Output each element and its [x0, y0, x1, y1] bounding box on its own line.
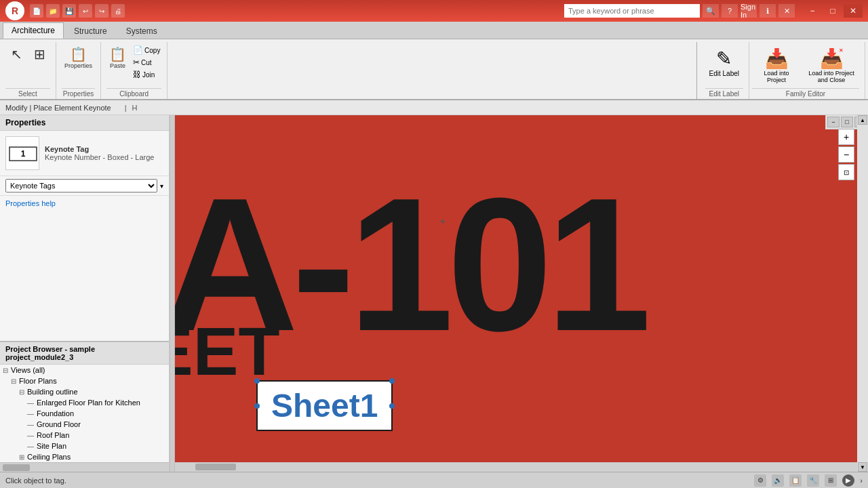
- svg-text:1: 1: [21, 149, 26, 159]
- properties-button[interactable]: 📋 Properties: [62, 45, 95, 70]
- inner-maximize-button[interactable]: □: [841, 117, 853, 127]
- selection-handle-ml[interactable]: [254, 403, 260, 409]
- load-into-project-button[interactable]: 📥 Load into Project: [752, 45, 801, 86]
- title-bar-right: 🔍 ? Sign In ℹ ✕ − □ ✕: [564, 4, 863, 18]
- roof-plan-label: Roof Plan: [37, 431, 69, 439]
- tree-item-roof-plan[interactable]: — Roof Plan: [0, 430, 169, 441]
- left-panel-scrollbar[interactable]: [0, 462, 169, 472]
- paste-label: Paste: [110, 62, 125, 69]
- select-dropdown: ↖ ⊞: [5, 45, 50, 64]
- ribbon-group-load: 📥 Load into Project 📥 ✕ Load into Projec…: [749, 42, 865, 99]
- panel-resize-handle[interactable]: [170, 115, 175, 472]
- tab-structure[interactable]: Structure: [65, 23, 116, 39]
- ribbon-group-clipboard: 📋 Paste 📄 Copy ✂ Cut ⛓ Join Clipboard: [104, 42, 167, 99]
- paste-icon: 📋: [109, 46, 126, 62]
- prop-filter-select[interactable]: Keynote Tags: [5, 179, 157, 192]
- modify-button[interactable]: ⊞: [28, 45, 50, 64]
- help-icon[interactable]: ?: [722, 4, 738, 18]
- load-project-label: Load into Project: [756, 70, 797, 83]
- scroll-down-button[interactable]: ▼: [858, 462, 867, 472]
- open-icon[interactable]: 📁: [46, 4, 60, 18]
- inner-minimize-button[interactable]: −: [827, 117, 840, 127]
- status-grid-icon[interactable]: ⊞: [825, 474, 837, 487]
- zoom-out-button[interactable]: −: [838, 146, 854, 163]
- foundation-label: Foundation: [37, 409, 74, 418]
- redo-icon[interactable]: ↪: [95, 4, 108, 18]
- tab-architecture[interactable]: Architecture: [3, 22, 64, 39]
- tree-item-building-outline[interactable]: ⊟ Building outline: [0, 386, 169, 397]
- search-icon[interactable]: 🔍: [703, 4, 719, 18]
- status-tools-icon[interactable]: 🔧: [807, 474, 819, 487]
- minimize-button[interactable]: −: [803, 4, 822, 18]
- zoom-in-button[interactable]: +: [838, 129, 854, 145]
- zoom-fit-button[interactable]: ⊡: [838, 164, 854, 180]
- select-button[interactable]: ↖: [5, 45, 27, 64]
- type-name: Keynote Tag: [45, 145, 154, 153]
- tree-item-views[interactable]: ⊟ Views (all): [0, 365, 169, 375]
- close-button[interactable]: ✕: [844, 4, 863, 18]
- type-preview-image: 1: [5, 136, 39, 170]
- selection-handle-tl[interactable]: [254, 378, 260, 384]
- status-settings-icon[interactable]: ⚙: [754, 474, 766, 487]
- h-scroll-thumb-left[interactable]: [3, 464, 30, 471]
- selection-handle-mr[interactable]: [389, 403, 395, 409]
- tree-item-floor-plans[interactable]: ⊟ Floor Plans: [0, 375, 169, 386]
- sign-in-button[interactable]: Sign In: [741, 4, 757, 18]
- select-group-label: Select: [5, 88, 50, 99]
- copy-label: Copy: [144, 47, 160, 54]
- status-arrow[interactable]: ›: [860, 476, 863, 485]
- properties-panel: Properties 1 Keynote Tag Keynote Number …: [0, 115, 169, 341]
- tree-item-ceiling-plans[interactable]: ⊞ Ceiling Plans: [0, 451, 169, 462]
- properties-label: Properties: [64, 62, 92, 69]
- copy-button[interactable]: 📄 Copy: [132, 45, 161, 56]
- right-scrollbar[interactable]: ▲ ▼: [857, 115, 868, 472]
- tree-item-enlarged-floor[interactable]: — Enlarged Floor Plan for Kitchen: [0, 397, 169, 408]
- sheet1-box[interactable]: Sheet1: [256, 380, 393, 431]
- edit-label-button[interactable]: ✎ Edit Label: [705, 45, 743, 80]
- save-icon[interactable]: 💾: [62, 4, 76, 18]
- selection-handle-tr[interactable]: [389, 378, 395, 384]
- cursor-indicator: +: [439, 216, 446, 228]
- status-message: Click object to tag.: [5, 476, 66, 485]
- modify-icon: ⊞: [34, 46, 45, 62]
- title-bar-icons: 📄 📁 💾 ↩ ↪ 🖨: [30, 4, 125, 18]
- search-input[interactable]: [564, 4, 700, 18]
- new-icon[interactable]: 📄: [30, 4, 43, 18]
- tab-systems[interactable]: Systems: [117, 23, 166, 39]
- load-into-project-close-button[interactable]: 📥 ✕ Load into Project and Close: [804, 45, 859, 86]
- leaf-site-icon: —: [27, 443, 34, 450]
- status-play-button[interactable]: ▶: [842, 474, 854, 487]
- expand-views-icon: ⊟: [3, 367, 8, 374]
- title-bar: R 📄 📁 💾 ↩ ↪ 🖨 🔍 ? Sign In ℹ ✕ − □ ✕: [0, 0, 868, 22]
- main-layout: Properties 1 Keynote Tag Keynote Number …: [0, 115, 868, 472]
- undo-icon[interactable]: ↩: [79, 4, 92, 18]
- info-icon[interactable]: ℹ: [760, 4, 776, 18]
- canvas-area[interactable]: − □ ✕ A-101 EET Sheet1 + ▲ ▼ + −: [175, 115, 868, 472]
- status-audio-icon[interactable]: 🔊: [772, 474, 784, 487]
- ribbon-tabs: Architecture Structure Systems: [0, 22, 868, 39]
- properties-help-link[interactable]: Properties help: [5, 199, 56, 207]
- load-project-icon: 📥: [765, 47, 789, 70]
- print-icon[interactable]: 🖨: [111, 4, 125, 18]
- tree-item-site-plan[interactable]: — Site Plan: [0, 441, 169, 451]
- paste-button[interactable]: 📋 Paste: [106, 45, 129, 70]
- copy-icon: 📄: [133, 45, 143, 55]
- family-editor-section: ✎ Edit Label Edit Label 📥 Load into Proj…: [696, 42, 865, 99]
- tree-item-ground-floor[interactable]: — Ground Floor: [0, 419, 169, 430]
- close-app-icon[interactable]: ✕: [778, 4, 795, 18]
- expand-floor-icon: ⊟: [11, 378, 16, 385]
- cut-label: Cut: [141, 59, 152, 66]
- load-group-content: 📥 Load into Project 📥 ✕ Load into Projec…: [752, 42, 859, 88]
- building-outline-label: Building outline: [27, 388, 78, 396]
- join-button[interactable]: ⛓ Join: [132, 69, 161, 80]
- breadcrumb-hint: |: [125, 104, 127, 112]
- cut-button[interactable]: ✂ Cut: [132, 57, 161, 68]
- scroll-up-button[interactable]: ▲: [858, 115, 867, 125]
- status-clipboard-icon[interactable]: 📋: [789, 474, 802, 487]
- maximize-button[interactable]: □: [823, 4, 842, 18]
- leaf-roof-icon: —: [27, 432, 34, 439]
- tree-item-foundation[interactable]: — Foundation: [0, 408, 169, 419]
- h-scroll-thumb[interactable]: [195, 464, 236, 470]
- horizontal-scrollbar[interactable]: [175, 462, 857, 472]
- edit-label-icon: ✎: [716, 47, 732, 70]
